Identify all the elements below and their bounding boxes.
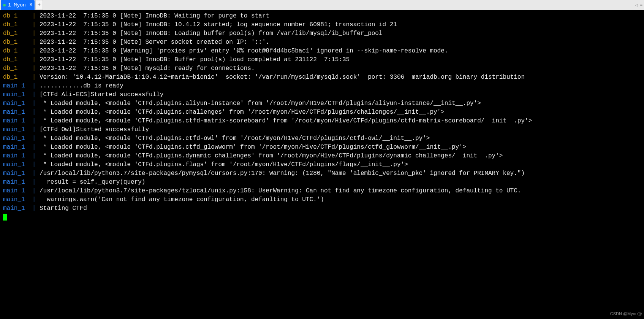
log-line: db_1 | Version: '10.4.12-MariaDB-1:10.4.… xyxy=(3,73,641,82)
watermark: CSDN @MyonⓇ xyxy=(610,309,642,318)
log-message: * Loaded module, <module 'CTFd.plugins.c… xyxy=(40,135,430,142)
log-message: 2023-11-22 7:15:35 0 [Note] Server socke… xyxy=(40,39,269,46)
pipe-separator: | xyxy=(32,117,40,124)
log-message: * Loaded module, <module 'CTFd.plugins.c… xyxy=(40,144,466,151)
log-source: main_1 xyxy=(3,109,32,116)
nav-menu-icon[interactable]: ≡ xyxy=(640,3,642,7)
log-source: main_1 xyxy=(3,179,32,186)
log-source: main_1 xyxy=(3,117,32,124)
pipe-separator: | xyxy=(32,109,40,116)
log-line: main_1 | * Loaded module, <module 'CTFd.… xyxy=(3,99,641,108)
log-source: main_1 xyxy=(3,126,32,133)
status-dot-icon xyxy=(3,4,6,6)
log-source: db_1 xyxy=(3,56,32,63)
log-message: warnings.warn('Can not find any timezone… xyxy=(40,196,324,203)
pipe-separator: | xyxy=(32,135,40,142)
terminal-output[interactable]: db_1 | 2023-11-22 7:15:35 0 [Note] InnoD… xyxy=(0,10,644,319)
log-line: main_1 | /usr/local/lib/python3.7/site-p… xyxy=(3,187,641,195)
log-message: ............db is ready xyxy=(40,83,123,89)
log-message: /usr/local/lib/python3.7/site-packages/t… xyxy=(40,187,521,194)
log-message: Starting CTFd xyxy=(40,205,87,212)
log-message: result = self._query(query) xyxy=(40,179,145,186)
log-line: main_1 | [CTFd Ali-ECS]Started successfu… xyxy=(3,90,641,99)
log-line: db_1 | 2023-11-22 7:15:35 0 [Note] InnoD… xyxy=(3,56,641,64)
pipe-separator: | xyxy=(32,170,40,177)
cursor-line xyxy=(3,213,641,222)
log-line: main_1 | [CTFd Owl]Started successfully xyxy=(3,125,641,134)
log-message: 2023-11-22 7:15:35 0 [Note] InnoDB: Load… xyxy=(40,30,383,37)
pipe-separator: | xyxy=(32,65,40,72)
log-source: main_1 xyxy=(3,205,32,212)
cursor-icon xyxy=(3,214,7,221)
log-message: * Loaded module, <module 'CTFd.plugins.c… xyxy=(40,117,532,124)
log-line: db_1 | 2023-11-22 7:15:35 0 [Note] mysql… xyxy=(3,64,641,73)
log-source: main_1 xyxy=(3,170,32,177)
log-source: db_1 xyxy=(3,48,32,54)
add-tab-button[interactable]: + xyxy=(35,0,43,10)
log-line: main_1 | * Loaded module, <module 'CTFd.… xyxy=(3,160,641,169)
log-message: * Loaded module, <module 'CTFd.plugins.c… xyxy=(40,109,445,116)
log-source: main_1 xyxy=(3,100,32,107)
tab-label: 1 Myon xyxy=(8,2,26,8)
pipe-separator: | xyxy=(32,179,40,186)
log-source: db_1 xyxy=(3,13,32,19)
pipe-separator: | xyxy=(32,48,40,54)
close-icon[interactable]: × xyxy=(30,2,32,8)
pipe-separator: | xyxy=(32,205,40,212)
log-line: db_1 | 2023-11-22 7:15:35 0 [Note] Serve… xyxy=(3,38,641,47)
log-source: db_1 xyxy=(3,65,32,72)
nav-left-icon[interactable]: ◁ xyxy=(635,3,638,8)
log-message: Version: '10.4.12-MariaDB-1:10.4.12+mari… xyxy=(40,74,525,81)
log-source: main_1 xyxy=(3,196,32,203)
log-message: [CTFd Ali-ECS]Started successfully xyxy=(40,91,163,98)
log-line: main_1 | warnings.warn('Can not find any… xyxy=(3,195,641,204)
log-message: 2023-11-22 7:15:35 0 [Warning] 'proxies_… xyxy=(40,48,448,54)
pipe-separator: | xyxy=(32,13,40,19)
log-message: [CTFd Owl]Started successfully xyxy=(40,126,149,133)
log-source: main_1 xyxy=(3,144,32,151)
tabbar-nav: ◁ ≡ xyxy=(635,0,644,10)
log-line: db_1 | 2023-11-22 7:15:35 0 [Note] InnoD… xyxy=(3,12,641,21)
log-source: db_1 xyxy=(3,30,32,37)
log-line: main_1 | * Loaded module, <module 'CTFd.… xyxy=(3,152,641,160)
pipe-separator: | xyxy=(32,83,40,89)
pipe-separator: | xyxy=(32,56,40,63)
log-source: db_1 xyxy=(3,74,32,81)
pipe-separator: | xyxy=(32,39,40,46)
pipe-separator: | xyxy=(32,196,40,203)
log-line: main_1 | * Loaded module, <module 'CTFd.… xyxy=(3,108,641,117)
pipe-separator: | xyxy=(32,91,40,98)
log-message: 2023-11-22 7:15:35 0 [Note] InnoDB: 10.4… xyxy=(40,21,397,28)
pipe-separator: | xyxy=(32,126,40,133)
log-line: db_1 | 2023-11-22 7:15:35 0 [Note] InnoD… xyxy=(3,21,641,29)
log-message: /usr/local/lib/python3.7/site-packages/p… xyxy=(40,170,525,177)
log-line: db_1 | 2023-11-22 7:15:35 0 [Note] InnoD… xyxy=(3,29,641,38)
pipe-separator: | xyxy=(32,161,40,168)
pipe-separator: | xyxy=(32,30,40,37)
log-source: main_1 xyxy=(3,187,32,194)
log-source: main_1 xyxy=(3,91,32,98)
pipe-separator: | xyxy=(32,21,40,28)
log-line: main_1 | Starting CTFd xyxy=(3,204,641,213)
log-message: * Loaded module, <module 'CTFd.plugins.a… xyxy=(40,100,481,107)
log-line: main_1 | * Loaded module, <module 'CTFd.… xyxy=(3,117,641,125)
pipe-separator: | xyxy=(32,187,40,194)
log-source: main_1 xyxy=(3,83,32,89)
pipe-separator: | xyxy=(32,74,40,81)
log-source: main_1 xyxy=(3,135,32,142)
log-line: db_1 | 2023-11-22 7:15:35 0 [Warning] 'p… xyxy=(3,47,641,56)
log-line: main_1 | result = self._query(query) xyxy=(3,178,641,187)
pipe-separator: | xyxy=(32,100,40,107)
tab-session-1[interactable]: 1 Myon × xyxy=(1,0,35,10)
pipe-separator: | xyxy=(32,144,40,151)
log-message: 2023-11-22 7:15:35 0 [Note] InnoDB: Wait… xyxy=(40,13,269,19)
log-line: main_1 | * Loaded module, <module 'CTFd.… xyxy=(3,143,641,152)
log-message: 2023-11-22 7:15:35 0 [Note] InnoDB: Buff… xyxy=(40,56,350,63)
log-message: * Loaded module, <module 'CTFd.plugins.d… xyxy=(40,152,503,159)
log-source: db_1 xyxy=(3,21,32,28)
log-message: 2023-11-22 7:15:35 0 [Note] mysqld: read… xyxy=(40,65,255,72)
log-message: * Loaded module, <module 'CTFd.plugins.f… xyxy=(40,161,408,168)
log-line: main_1 | * Loaded module, <module 'CTFd.… xyxy=(3,134,641,143)
log-source: db_1 xyxy=(3,39,32,46)
pipe-separator: | xyxy=(32,152,40,159)
